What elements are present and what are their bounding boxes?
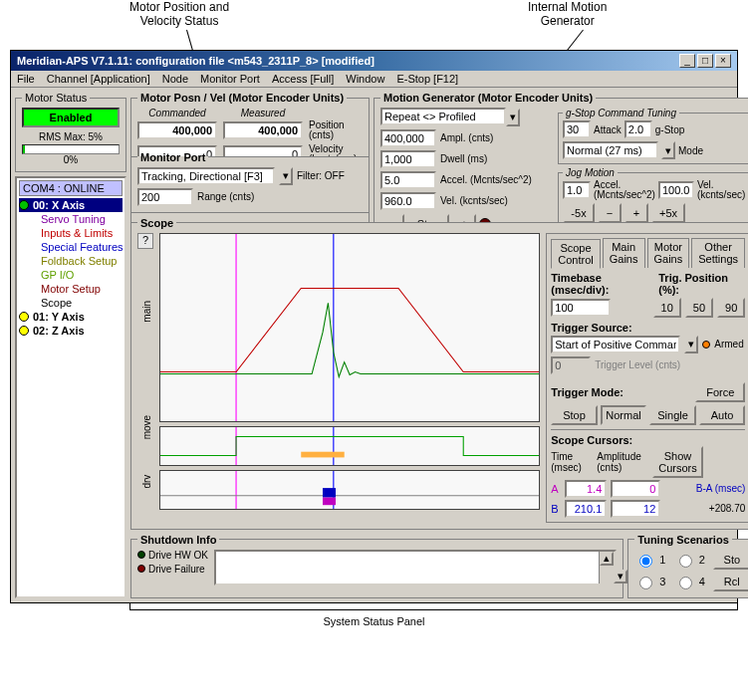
cursor-a-label: A [551, 483, 561, 495]
status-dot [19, 312, 29, 322]
mode-select[interactable] [563, 141, 658, 159]
dwell-input[interactable] [380, 150, 436, 168]
dropdown-icon[interactable]: ▾ [684, 336, 698, 353]
mode-normal[interactable]: Normal [601, 405, 647, 425]
scenario-2[interactable]: 2 [674, 552, 710, 568]
tree-item-8[interactable]: 01: Y Axis [19, 310, 123, 324]
shutdown-text[interactable]: ▴ ▾ [214, 550, 617, 585]
trigpos-10[interactable]: 10 [653, 298, 681, 318]
tree-item-6[interactable]: Motor Setup [19, 282, 123, 296]
motion-type-select[interactable] [380, 108, 506, 125]
jog-legend: Jog Motion [563, 167, 618, 178]
scenario-1[interactable]: 1 [634, 552, 670, 568]
mode-single[interactable]: Single [649, 405, 696, 425]
svg-rect-9 [323, 497, 336, 505]
accel-label: Accel. (Mcnts/sec^2) [440, 174, 532, 185]
scenario-3[interactable]: 3 [634, 574, 670, 589]
tuning-scenarios-panel: Tuning Scenarios 1 2 Sto 3 4 Rcl [627, 534, 748, 598]
time-label: Time (msec) [551, 451, 591, 473]
ampl-input[interactable] [380, 129, 436, 147]
motor-status-panel: Motor Status Enabled RMS Max: 5% 0% [15, 92, 126, 172]
trigsrc-label: Trigger Source: [551, 322, 745, 334]
scenario-4[interactable]: 4 [674, 574, 710, 589]
tree-item-7[interactable]: Scope [19, 296, 123, 310]
armed-led [702, 341, 710, 349]
menubar: File Channel [Application] Node Monitor … [11, 71, 737, 88]
tab-scope-control[interactable]: Scope Control [551, 239, 600, 269]
force-button[interactable]: Force [695, 382, 745, 402]
tab-motor-gains[interactable]: Motor Gains [647, 238, 690, 268]
hw-ok-label: Drive HW OK [148, 550, 208, 561]
triglevel-label: Trigger Level (cnts) [595, 359, 680, 370]
tab-other-settings[interactable]: Other Settings [691, 238, 745, 268]
menu-monitor[interactable]: Monitor Port [200, 73, 260, 85]
amp-label: Amplitude (cnts) [597, 451, 646, 473]
tree-item-9[interactable]: 02: Z Axis [19, 324, 123, 338]
gstop-input[interactable] [624, 120, 652, 138]
tree-item-2[interactable]: Inputs & Limits [19, 226, 123, 240]
ba-label: B-A (msec) [696, 483, 745, 494]
dwell-label: Dwell (ms) [440, 153, 487, 164]
cursor-b-amp: 12 [611, 500, 660, 518]
tree-item-0[interactable]: 00: X Axis [19, 198, 123, 212]
titlebar: Meridian-APS V7.1.11: configuration file… [11, 51, 737, 71]
pos-commanded: 400,000 [137, 121, 217, 139]
jog-vel-input[interactable] [658, 181, 694, 199]
menu-node[interactable]: Node [162, 73, 188, 85]
drv-plot: drv [159, 470, 540, 510]
sto-button[interactable]: Sto [713, 550, 748, 570]
mode-stop[interactable]: Stop [551, 405, 598, 425]
ba-value: +208.70 [709, 503, 745, 514]
dropdown-icon[interactable]: ▾ [279, 167, 293, 185]
timebase-label: Timebase (msec/div): [551, 272, 654, 296]
mode-label: Mode [678, 145, 703, 156]
menu-estop[interactable]: E-Stop [F12] [396, 73, 458, 85]
accel-input[interactable] [380, 171, 436, 189]
tree-item-1[interactable]: Servo Tuning [19, 212, 123, 226]
trigpos-50[interactable]: 50 [685, 298, 713, 318]
menu-channel[interactable]: Channel [Application] [47, 73, 150, 85]
tree-item-4[interactable]: Foldback Setup [19, 254, 123, 268]
maximize-button[interactable]: □ [697, 54, 713, 68]
hw-ok-led [137, 551, 145, 559]
app-window: Meridian-APS V7.1.11: configuration file… [10, 50, 738, 603]
range-input[interactable] [137, 188, 193, 206]
cursor-a-time: 1.4 [565, 480, 607, 498]
range-label: Range (cnts) [197, 191, 254, 202]
drive-fail-led [137, 565, 145, 573]
vel-input[interactable] [380, 192, 436, 210]
mode-auto[interactable]: Auto [699, 405, 746, 425]
close-button[interactable]: × [715, 54, 731, 68]
tree-header: COM4 : ONLINE [19, 180, 123, 196]
show-cursors-button[interactable]: Show Cursors [652, 446, 703, 478]
attack-input[interactable] [563, 120, 591, 138]
minimize-button[interactable]: _ [679, 54, 695, 68]
gstop-legend: g-Stop Command Tuning [563, 108, 679, 118]
timebase-input[interactable] [551, 299, 611, 317]
help-button[interactable]: ? [137, 233, 153, 249]
tree-item-5[interactable]: GP I/O [19, 268, 123, 282]
menu-file[interactable]: File [17, 73, 35, 85]
scroll-down-icon[interactable]: ▾ [614, 570, 627, 583]
scroll-up-icon[interactable]: ▴ [600, 552, 614, 566]
rms-pct: 0% [22, 154, 120, 165]
trigsrc-select[interactable] [551, 336, 680, 353]
shutdown-legend: Shutdown Info [137, 534, 219, 546]
menu-window[interactable]: Window [346, 73, 384, 85]
rms-label: RMS Max: 5% [22, 131, 120, 142]
cursor-a-amp: 0 [611, 480, 660, 498]
tree-item-3[interactable]: Special Features [19, 240, 123, 254]
filter-label: Filter: OFF [297, 170, 345, 181]
dropdown-icon[interactable]: ▾ [661, 141, 675, 159]
menu-access[interactable]: Access [Full] [272, 73, 334, 85]
dropdown-icon[interactable]: ▾ [506, 109, 520, 126]
cursor-b-label: B [551, 503, 561, 515]
callout-motion-gen: Internal Motion Generator [528, 0, 607, 28]
monitor-select[interactable] [137, 167, 275, 185]
trigpos-90[interactable]: 90 [717, 298, 745, 318]
tab-main-gains[interactable]: Main Gains [603, 238, 645, 268]
jog-accel-input[interactable] [563, 181, 591, 199]
mogen-legend: Motion Generator (Motor Encoder Units) [380, 92, 596, 104]
rcl-button[interactable]: Rcl [713, 572, 748, 591]
vel-label: Vel. (kcnts/sec) [440, 195, 508, 206]
